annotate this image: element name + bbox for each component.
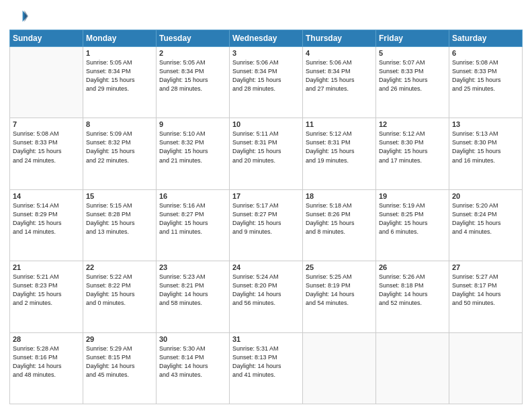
- day-info: Sunrise: 5:19 AM Sunset: 8:25 PM Dayligh…: [379, 201, 446, 236]
- day-info: Sunrise: 5:12 AM Sunset: 8:31 PM Dayligh…: [306, 130, 373, 165]
- calendar-day-cell: 1 Sunrise: 5:05 AM Sunset: 8:34 PM Dayli…: [83, 47, 157, 118]
- svg-marker-1: [24, 11, 28, 22]
- day-info: Sunrise: 5:25 AM Sunset: 8:19 PM Dayligh…: [306, 273, 373, 308]
- calendar-day-cell: 10 Sunrise: 5:11 AM Sunset: 8:31 PM Dayl…: [230, 118, 303, 189]
- day-info: Sunrise: 5:18 AM Sunset: 8:26 PM Dayligh…: [306, 201, 373, 236]
- calendar-day-cell: 9 Sunrise: 5:10 AM Sunset: 8:32 PM Dayli…: [157, 118, 230, 189]
- day-info: Sunrise: 5:08 AM Sunset: 8:33 PM Dayligh…: [452, 58, 519, 93]
- calendar-day-cell: 3 Sunrise: 5:06 AM Sunset: 8:34 PM Dayli…: [230, 47, 303, 118]
- day-number: 9: [159, 120, 226, 128]
- day-number: 4: [306, 49, 373, 57]
- day-info: Sunrise: 5:11 AM Sunset: 8:31 PM Dayligh…: [232, 130, 300, 165]
- calendar-day-cell: 28 Sunrise: 5:28 AM Sunset: 8:16 PM Dayl…: [10, 332, 83, 404]
- calendar-day-cell: 15 Sunrise: 5:15 AM Sunset: 8:28 PM Dayl…: [83, 189, 157, 261]
- day-number: 10: [232, 120, 300, 128]
- calendar-day-cell: [10, 47, 83, 118]
- day-number: 25: [306, 263, 373, 271]
- calendar-week-row: 1 Sunrise: 5:05 AM Sunset: 8:34 PM Dayli…: [10, 47, 523, 118]
- calendar-day-cell: 26 Sunrise: 5:26 AM Sunset: 8:18 PM Dayl…: [376, 261, 449, 332]
- calendar-day-cell: 31 Sunrise: 5:31 AM Sunset: 8:13 PM Dayl…: [230, 332, 303, 404]
- day-info: Sunrise: 5:21 AM Sunset: 8:23 PM Dayligh…: [13, 273, 80, 308]
- day-info: Sunrise: 5:09 AM Sunset: 8:32 PM Dayligh…: [86, 130, 153, 165]
- calendar-day-cell: 4 Sunrise: 5:06 AM Sunset: 8:34 PM Dayli…: [303, 47, 376, 118]
- calendar-day-cell: 29 Sunrise: 5:29 AM Sunset: 8:15 PM Dayl…: [83, 332, 157, 404]
- day-number: 27: [452, 263, 519, 271]
- col-sunday: Sunday: [10, 30, 83, 47]
- day-number: 21: [13, 263, 80, 271]
- day-number: 18: [306, 192, 373, 200]
- day-number: 8: [86, 120, 153, 128]
- day-number: 11: [306, 120, 373, 128]
- calendar-day-cell: 2 Sunrise: 5:05 AM Sunset: 8:34 PM Dayli…: [157, 47, 230, 118]
- day-info: Sunrise: 5:07 AM Sunset: 8:33 PM Dayligh…: [379, 58, 446, 93]
- day-info: Sunrise: 5:23 AM Sunset: 8:21 PM Dayligh…: [159, 273, 226, 308]
- calendar-day-cell: 19 Sunrise: 5:19 AM Sunset: 8:25 PM Dayl…: [376, 189, 449, 261]
- day-info: Sunrise: 5:06 AM Sunset: 8:34 PM Dayligh…: [232, 58, 300, 93]
- calendar-day-cell: 27 Sunrise: 5:27 AM Sunset: 8:17 PM Dayl…: [449, 261, 523, 332]
- day-info: Sunrise: 5:17 AM Sunset: 8:27 PM Dayligh…: [232, 201, 300, 236]
- calendar-day-cell: 30 Sunrise: 5:30 AM Sunset: 8:14 PM Dayl…: [157, 332, 230, 404]
- day-number: 12: [379, 120, 446, 128]
- calendar-day-cell: 12 Sunrise: 5:12 AM Sunset: 8:30 PM Dayl…: [376, 118, 449, 189]
- calendar-week-row: 14 Sunrise: 5:14 AM Sunset: 8:29 PM Dayl…: [10, 189, 523, 261]
- calendar-week-row: 7 Sunrise: 5:08 AM Sunset: 8:33 PM Dayli…: [10, 118, 523, 189]
- calendar-day-cell: 22 Sunrise: 5:22 AM Sunset: 8:22 PM Dayl…: [83, 261, 157, 332]
- day-number: 1: [86, 49, 153, 57]
- day-number: 3: [232, 49, 300, 57]
- col-wednesday: Wednesday: [230, 30, 303, 47]
- day-info: Sunrise: 5:20 AM Sunset: 8:24 PM Dayligh…: [452, 201, 519, 236]
- day-number: 14: [13, 192, 80, 200]
- day-number: 6: [452, 49, 519, 57]
- day-number: 22: [86, 263, 153, 271]
- calendar-day-cell: [449, 332, 523, 404]
- logo-icon: [9, 7, 28, 26]
- day-info: Sunrise: 5:28 AM Sunset: 8:16 PM Dayligh…: [13, 345, 80, 379]
- calendar-day-cell: 8 Sunrise: 5:09 AM Sunset: 8:32 PM Dayli…: [83, 118, 157, 189]
- col-tuesday: Tuesday: [157, 30, 230, 47]
- calendar-day-cell: 25 Sunrise: 5:25 AM Sunset: 8:19 PM Dayl…: [303, 261, 376, 332]
- day-info: Sunrise: 5:08 AM Sunset: 8:33 PM Dayligh…: [13, 130, 80, 165]
- day-info: Sunrise: 5:14 AM Sunset: 8:29 PM Dayligh…: [13, 201, 80, 236]
- day-info: Sunrise: 5:10 AM Sunset: 8:32 PM Dayligh…: [159, 130, 226, 165]
- day-info: Sunrise: 5:06 AM Sunset: 8:34 PM Dayligh…: [306, 58, 373, 93]
- day-info: Sunrise: 5:24 AM Sunset: 8:20 PM Dayligh…: [232, 273, 300, 308]
- calendar-day-cell: 11 Sunrise: 5:12 AM Sunset: 8:31 PM Dayl…: [303, 118, 376, 189]
- day-number: 26: [379, 263, 446, 271]
- calendar-day-cell: 17 Sunrise: 5:17 AM Sunset: 8:27 PM Dayl…: [230, 189, 303, 261]
- calendar-day-cell: 6 Sunrise: 5:08 AM Sunset: 8:33 PM Dayli…: [449, 47, 523, 118]
- header: [9, 7, 523, 26]
- calendar-table: Sunday Monday Tuesday Wednesday Thursday…: [9, 30, 523, 404]
- calendar-day-cell: 7 Sunrise: 5:08 AM Sunset: 8:33 PM Dayli…: [10, 118, 83, 189]
- day-number: 5: [379, 49, 446, 57]
- calendar-day-cell: [303, 332, 376, 404]
- day-info: Sunrise: 5:16 AM Sunset: 8:27 PM Dayligh…: [159, 201, 226, 236]
- calendar-header-row: Sunday Monday Tuesday Wednesday Thursday…: [10, 30, 523, 47]
- calendar-day-cell: [376, 332, 449, 404]
- logo: [9, 7, 31, 26]
- day-number: 16: [159, 192, 226, 200]
- day-info: Sunrise: 5:13 AM Sunset: 8:30 PM Dayligh…: [452, 130, 519, 165]
- day-number: 19: [379, 192, 446, 200]
- col-thursday: Thursday: [303, 30, 376, 47]
- calendar-day-cell: 20 Sunrise: 5:20 AM Sunset: 8:24 PM Dayl…: [449, 189, 523, 261]
- day-info: Sunrise: 5:29 AM Sunset: 8:15 PM Dayligh…: [86, 345, 153, 379]
- calendar-day-cell: 21 Sunrise: 5:21 AM Sunset: 8:23 PM Dayl…: [10, 261, 83, 332]
- calendar-week-row: 21 Sunrise: 5:21 AM Sunset: 8:23 PM Dayl…: [10, 261, 523, 332]
- day-number: 30: [159, 335, 226, 343]
- day-number: 23: [159, 263, 226, 271]
- day-info: Sunrise: 5:12 AM Sunset: 8:30 PM Dayligh…: [379, 130, 446, 165]
- calendar-day-cell: 18 Sunrise: 5:18 AM Sunset: 8:26 PM Dayl…: [303, 189, 376, 261]
- calendar-day-cell: 13 Sunrise: 5:13 AM Sunset: 8:30 PM Dayl…: [449, 118, 523, 189]
- col-monday: Monday: [83, 30, 157, 47]
- day-number: 17: [232, 192, 300, 200]
- day-number: 31: [232, 335, 300, 343]
- day-info: Sunrise: 5:15 AM Sunset: 8:28 PM Dayligh…: [86, 201, 153, 236]
- calendar-day-cell: 14 Sunrise: 5:14 AM Sunset: 8:29 PM Dayl…: [10, 189, 83, 261]
- day-info: Sunrise: 5:05 AM Sunset: 8:34 PM Dayligh…: [86, 58, 153, 93]
- col-friday: Friday: [376, 30, 449, 47]
- calendar-day-cell: 23 Sunrise: 5:23 AM Sunset: 8:21 PM Dayl…: [157, 261, 230, 332]
- day-info: Sunrise: 5:22 AM Sunset: 8:22 PM Dayligh…: [86, 273, 153, 308]
- day-number: 13: [452, 120, 519, 128]
- calendar-week-row: 28 Sunrise: 5:28 AM Sunset: 8:16 PM Dayl…: [10, 332, 523, 404]
- day-number: 2: [159, 49, 226, 57]
